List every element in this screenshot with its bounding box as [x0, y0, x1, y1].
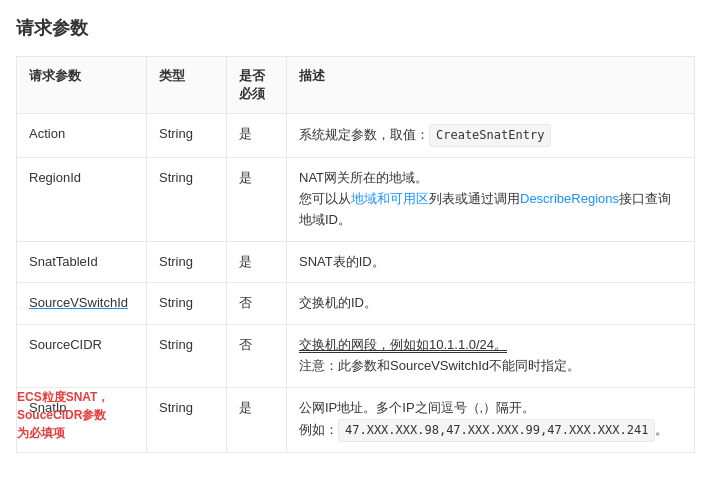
- params-table: 请求参数 类型 是否必须 描述 Action String 是 系统规定参数，取…: [16, 56, 695, 453]
- param-type: String: [147, 325, 227, 388]
- param-required: 否: [227, 325, 287, 388]
- param-type: String: [147, 241, 227, 283]
- page-title: 请求参数: [16, 16, 695, 40]
- header-required: 是否必须: [227, 57, 287, 114]
- param-name: SourceVSwitchId: [17, 283, 147, 325]
- param-type: String: [147, 387, 227, 452]
- desc-underline: 交换机的网段，例如如10.1.1.0/24。: [299, 337, 507, 353]
- link-describe-regions[interactable]: DescribeRegions: [520, 191, 619, 206]
- param-required: 否: [227, 283, 287, 325]
- param-name: RegionId: [17, 158, 147, 241]
- param-desc: NAT网关所在的地域。 您可以从地域和可用区列表或通过调用DescribeReg…: [287, 158, 695, 241]
- table-row: SourceCIDR ECS粒度SNAT，SouceCIDR参数为必填项 Str…: [17, 325, 695, 388]
- table-row: Action String 是 系统规定参数，取值：CreateSnatEntr…: [17, 114, 695, 158]
- param-name: SourceCIDR ECS粒度SNAT，SouceCIDR参数为必填项: [17, 325, 147, 388]
- param-required: 是: [227, 158, 287, 241]
- param-desc: 交换机的ID。 ← ECS粒度SNAT，SoureVSwitchId为不填: [287, 283, 695, 325]
- param-desc: 公网IP地址。多个IP之间逗号（,）隔开。 例如：47.XXX.XXX.98,4…: [287, 387, 695, 452]
- param-name: SnatTableId: [17, 241, 147, 283]
- header-param: 请求参数: [17, 57, 147, 114]
- table-row: SnatTableId String 是 SNAT表的ID。: [17, 241, 695, 283]
- callout-sourcecidr-param: ECS粒度SNAT，SouceCIDR参数为必填项: [17, 388, 109, 442]
- param-required: 是: [227, 114, 287, 158]
- code-ip-example: 47.XXX.XXX.98,47.XXX.XXX.99,47.XXX.XXX.2…: [338, 419, 655, 442]
- link-regions[interactable]: 地域和可用区: [351, 191, 429, 206]
- param-desc: 交换机的网段，例如如10.1.1.0/24。 → VPC ECS的私网地址，如1…: [287, 325, 695, 388]
- code-value: CreateSnatEntry: [429, 124, 551, 147]
- header-type: 类型: [147, 57, 227, 114]
- param-required: 是: [227, 387, 287, 452]
- table-row: SourceVSwitchId String 否 交换机的ID。 ← ECS粒度…: [17, 283, 695, 325]
- param-type: String: [147, 114, 227, 158]
- param-required: 是: [227, 241, 287, 283]
- table-row: SnatIp String 是 公网IP地址。多个IP之间逗号（,）隔开。 例如…: [17, 387, 695, 452]
- table-row: RegionId String 是 NAT网关所在的地域。 您可以从地域和可用区…: [17, 158, 695, 241]
- param-desc: 系统规定参数，取值：CreateSnatEntry: [287, 114, 695, 158]
- param-type: String: [147, 283, 227, 325]
- param-type: String: [147, 158, 227, 241]
- header-desc: 描述: [287, 57, 695, 114]
- param-name: Action: [17, 114, 147, 158]
- param-desc: SNAT表的ID。: [287, 241, 695, 283]
